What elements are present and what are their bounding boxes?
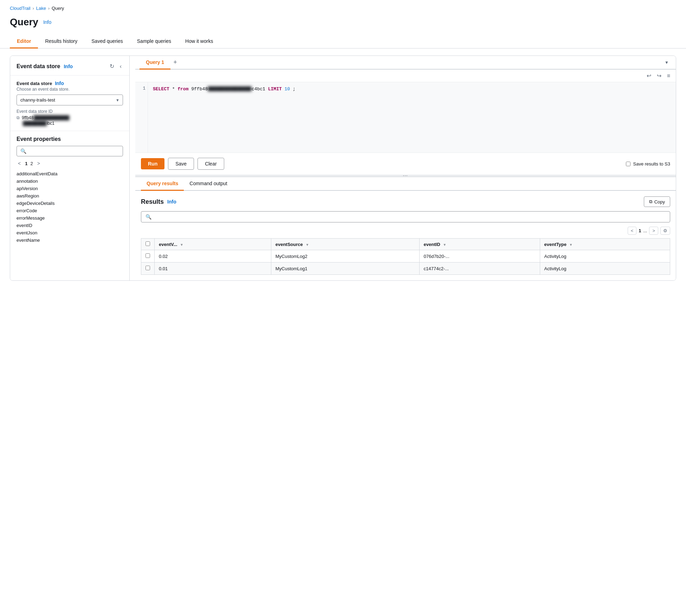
list-item[interactable]: additionalEventData: [17, 171, 123, 176]
kw-limit: LIMIT: [268, 86, 282, 92]
list-item[interactable]: annotation: [17, 179, 123, 184]
results-body: Results Info ⧉ Copy 🔍: [135, 191, 676, 280]
tab-how-it-works[interactable]: How it works: [178, 35, 220, 48]
results-search-input[interactable]: [154, 214, 666, 220]
results-prev-btn[interactable]: <: [628, 227, 637, 235]
tab-command-output[interactable]: Command output: [184, 177, 233, 191]
results-title: Results Info: [141, 198, 176, 206]
results-search-icon: 🔍: [145, 214, 151, 220]
undo-button[interactable]: ↩: [645, 72, 653, 80]
cell-event-id: c14774c2-...: [419, 262, 540, 275]
select-all-checkbox[interactable]: [145, 241, 150, 246]
left-panel: Event data store Info ↻ ‹ Event data sto…: [10, 56, 130, 280]
list-item[interactable]: awsRegion: [17, 193, 123, 199]
breadcrumb-lake[interactable]: Lake: [36, 6, 46, 11]
code-content[interactable]: SELECT * from 9ffb48████████████████c4bc…: [148, 82, 676, 153]
sort-icon: ▼: [569, 243, 573, 247]
list-item[interactable]: errorCode: [17, 208, 123, 213]
cell-event-id: 076d7b20-...: [419, 250, 540, 262]
results-tabs: Query results Command output: [135, 177, 676, 191]
copy-id-icon[interactable]: ⧉: [17, 115, 20, 120]
code-editor: 1 SELECT * from 9ffb48████████████████c4…: [135, 82, 676, 153]
results-table-head: eventV... ▼ eventSource ▼ eventID: [141, 239, 670, 250]
results-page-current: 1: [639, 228, 641, 233]
th-event-id[interactable]: eventID ▼: [419, 239, 540, 250]
th-event-source[interactable]: eventSource ▼: [271, 239, 419, 250]
kw-id-end: c4bc1: [252, 86, 265, 92]
run-button[interactable]: Run: [141, 158, 164, 169]
props-list: additionalEventData annotation apiVersio…: [17, 171, 123, 243]
query-tabs-bar: Query 1 + ▼: [135, 56, 676, 70]
breadcrumb-query: Query: [52, 6, 64, 11]
th-event-version[interactable]: eventV... ▼: [155, 239, 271, 250]
copy-icon: ⧉: [649, 199, 652, 205]
breadcrumb: CloudTrail › Lake › Query: [0, 0, 686, 14]
kw-from: from: [177, 86, 188, 92]
tab-results-history[interactable]: Results history: [38, 35, 84, 48]
props-page-current: 1: [25, 161, 27, 166]
results-settings-btn[interactable]: ⚙: [660, 227, 670, 235]
save-s3-checkbox[interactable]: [626, 162, 630, 166]
line-numbers: 1: [135, 82, 148, 153]
refresh-button[interactable]: ↻: [108, 61, 116, 71]
save-button[interactable]: Save: [168, 158, 194, 170]
tab-sample-queries[interactable]: Sample queries: [130, 35, 178, 48]
copy-button[interactable]: ⧉ Copy: [644, 196, 670, 207]
collapse-button[interactable]: ‹: [118, 62, 123, 71]
store-field-desc: Choose an event data store.: [17, 87, 123, 92]
store-field-info[interactable]: Info: [55, 80, 64, 86]
event-data-store-info[interactable]: Info: [64, 64, 73, 69]
cell-event-source: MyCustomLog1: [271, 262, 419, 275]
query-tab-1[interactable]: Query 1: [140, 56, 170, 70]
row-checkbox[interactable]: [145, 266, 150, 270]
store-id-line2: ████████lbc1: [17, 121, 123, 126]
list-item[interactable]: eventName: [17, 238, 123, 243]
sort-icon: ▼: [180, 243, 183, 247]
th-event-type[interactable]: eventType ▼: [540, 239, 670, 250]
cell-event-type: ActivityLog: [540, 262, 670, 275]
list-item[interactable]: errorMessage: [17, 215, 123, 221]
redo-button[interactable]: ↪: [655, 72, 663, 80]
row-checkbox[interactable]: [145, 253, 150, 258]
breadcrumb-sep-1: ›: [33, 6, 34, 11]
page-info-link[interactable]: Info: [43, 19, 51, 25]
main-content: Event data store Info ↻ ‹ Event data sto…: [0, 48, 686, 288]
list-item[interactable]: edgeDeviceDetails: [17, 201, 123, 206]
event-properties-search-box: 🔍: [17, 146, 123, 156]
kw-semicolon: ;: [293, 86, 296, 92]
tab-query-results[interactable]: Query results: [141, 177, 184, 191]
tab-editor[interactable]: Editor: [10, 35, 38, 48]
list-item[interactable]: eventJson: [17, 230, 123, 235]
editor-layout: Event data store Info ↻ ‹ Event data sto…: [10, 56, 676, 281]
list-item[interactable]: eventID: [17, 223, 123, 228]
cell-event-version: 0.02: [155, 250, 271, 262]
results-table-body: 0.02 MyCustomLog2 076d7b20-... ActivityL…: [141, 250, 670, 275]
format-button[interactable]: ≡: [666, 72, 672, 80]
results-header: Results Info ⧉ Copy: [141, 196, 670, 207]
list-item[interactable]: apiVersion: [17, 186, 123, 191]
action-bar: Run Save Clear Save results to S3: [135, 153, 676, 175]
tab-saved-queries[interactable]: Saved queries: [84, 35, 130, 48]
store-field-label: Event data store Info: [17, 80, 123, 86]
results-search-box: 🔍: [141, 211, 670, 222]
breadcrumb-cloudtrail[interactable]: CloudTrail: [10, 6, 31, 11]
copy-label: Copy: [654, 199, 665, 205]
kw-num: 10: [285, 86, 290, 92]
kw-id-blurred: ████████████████: [208, 86, 252, 92]
kw-select: SELECT: [153, 86, 169, 92]
clear-button[interactable]: Clear: [198, 158, 224, 170]
results-next-btn[interactable]: >: [649, 227, 658, 235]
store-select-wrapper: channy-trails-test ▼: [17, 95, 123, 105]
row-checkbox-cell: [141, 250, 155, 262]
left-panel-header: Event data store Info ↻ ‹: [10, 56, 129, 76]
props-prev-btn[interactable]: <: [17, 160, 22, 167]
add-query-tab-button[interactable]: +: [170, 57, 180, 67]
store-select[interactable]: channy-trails-test: [17, 95, 123, 105]
kw-id-start: 9ffb48: [191, 86, 208, 92]
props-next-btn[interactable]: >: [36, 160, 41, 167]
query-tab-dropdown[interactable]: ▼: [662, 59, 672, 66]
editor-toolbar: ↩ ↪ ≡: [135, 70, 676, 82]
event-search-input[interactable]: [29, 149, 119, 154]
results-info-link[interactable]: Info: [167, 199, 176, 205]
event-props-pagination: < 1 2 >: [17, 160, 123, 167]
